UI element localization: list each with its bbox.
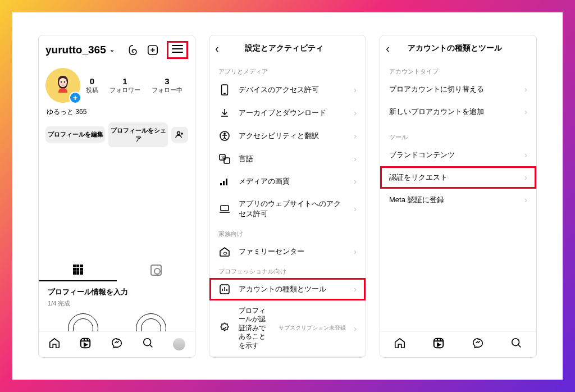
svg-rect-27 [221, 206, 229, 211]
avatar[interactable]: + [45, 68, 80, 103]
chevron-right-icon: › [354, 323, 357, 333]
svg-rect-24 [220, 183, 222, 185]
chevron-right-icon: › [524, 107, 527, 116]
nav-home-icon[interactable] [394, 337, 406, 352]
chevron-right-icon: › [354, 108, 357, 117]
chevron-right-icon: › [354, 284, 357, 294]
stat-posts[interactable]: 0 投稿 [86, 76, 98, 94]
add-story-badge[interactable]: + [69, 92, 81, 104]
stat-following[interactable]: 3 フォロー中 [152, 76, 182, 94]
download-icon [218, 108, 231, 118]
page-title: アカウントの種類とツール [380, 43, 531, 53]
nav-messenger-icon[interactable] [472, 337, 484, 352]
svg-point-6 [177, 131, 180, 134]
chevron-right-icon: › [524, 150, 527, 159]
chevron-right-icon: › [524, 84, 527, 94]
row-switch-pro[interactable]: プロアカウントに切り替える › [380, 78, 536, 101]
nav-reels-icon[interactable] [432, 337, 445, 352]
bottom-nav [209, 356, 366, 357]
display-name: ゆるっと 365 [39, 103, 195, 122]
row-verify-profile[interactable]: プロフィールが認証済みであることを示す サブスクリプション未登録 › [209, 300, 366, 357]
username: yurutto_365 [45, 44, 106, 56]
username-dropdown[interactable]: yurutto_365 ⌄ [45, 44, 115, 56]
svg-rect-26 [226, 179, 227, 185]
stat-followers[interactable]: 1 フォロワー [109, 76, 140, 94]
svg-rect-25 [223, 181, 225, 185]
section-tools: ツール [380, 129, 536, 144]
edit-profile-button[interactable]: プロフィールを編集 [45, 126, 105, 143]
section-professional: プロフェッショナル向け [209, 263, 366, 278]
nav-reels-icon[interactable] [250, 357, 262, 357]
laptop-icon [218, 204, 231, 213]
row-archive-download[interactable]: アーカイブとダウンロード › [209, 102, 366, 124]
chevron-right-icon: › [354, 85, 357, 94]
row-request-verification[interactable]: 認証をリクエスト › [380, 166, 536, 189]
tab-grid[interactable] [39, 259, 117, 281]
page-title: 設定とアクティビティ [209, 43, 360, 53]
account-tools-screen: ‹ アカウントの種類とツール アカウントタイプ プロアカウントに切り替える › … [380, 35, 537, 358]
nav-messenger-icon[interactable] [111, 337, 123, 352]
bottom-nav [380, 331, 536, 357]
row-account-type-tools[interactable]: アカウントの種類とツール › [209, 278, 366, 300]
chart-icon [218, 284, 231, 294]
chevron-right-icon: › [354, 204, 357, 213]
section-family: 家族向け [209, 225, 366, 240]
row-media-quality[interactable]: メディアの画質 › [209, 170, 366, 193]
row-meta-verified[interactable]: Meta 認証に登録 › [380, 189, 536, 211]
section-account-type: アカウントタイプ [380, 63, 536, 78]
row-brand-content[interactable]: ブランドコンテンツ › [380, 144, 536, 166]
verified-icon [218, 322, 231, 334]
tagged-icon [150, 265, 162, 276]
svg-point-42 [512, 339, 519, 346]
bottom-nav [39, 331, 195, 357]
chevron-right-icon: › [524, 172, 527, 182]
row-device-permissions[interactable]: デバイスのアクセス許可 › [209, 78, 366, 102]
grid-icon [73, 265, 83, 275]
menu-button-highlight [167, 41, 188, 59]
chevron-down-icon: ⌄ [109, 46, 115, 53]
signal-icon [218, 177, 231, 186]
create-icon[interactable] [147, 44, 159, 56]
tab-tagged[interactable] [117, 259, 195, 281]
svg-line-43 [518, 345, 521, 348]
nav-messenger-icon[interactable] [281, 357, 294, 357]
language-icon: 文 [218, 154, 231, 164]
svg-line-14 [149, 345, 152, 348]
threads-icon[interactable] [127, 44, 139, 56]
nav-reels-icon[interactable] [79, 337, 92, 352]
home-heart-icon [218, 247, 231, 257]
nav-profile-icon[interactable] [173, 338, 185, 350]
profile-screen: yurutto_365 ⌄ [38, 35, 195, 358]
nav-home-icon[interactable] [48, 337, 61, 352]
complete-profile-prompt: プロフィール情報を入力 1/4 完成 [39, 281, 195, 311]
chevron-right-icon: › [524, 195, 527, 204]
svg-point-3 [59, 78, 67, 87]
svg-point-20 [224, 133, 225, 134]
share-profile-button[interactable]: プロフィールをシェア [108, 122, 168, 147]
nav-search-icon[interactable] [313, 357, 325, 357]
svg-point-4 [61, 81, 62, 83]
svg-text:文: 文 [221, 156, 225, 159]
nav-search-icon[interactable] [142, 337, 154, 352]
svg-point-13 [143, 339, 150, 346]
row-accessibility[interactable]: アクセシビリティと翻訳 › [209, 124, 366, 148]
row-language[interactable]: 文 言語 › [209, 148, 366, 170]
row-family-center[interactable]: ファミリーセンター › [209, 240, 366, 263]
hamburger-menu-icon[interactable] [172, 45, 183, 53]
settings-screen: ‹ 設定とアクティビティ アプリとメディア デバイスのアクセス許可 › アーカイ… [209, 35, 366, 358]
nav-home-icon[interactable] [219, 357, 231, 357]
chevron-right-icon: › [354, 131, 357, 140]
discover-people-button[interactable] [171, 127, 188, 143]
suggestion-bubble[interactable] [136, 313, 166, 331]
phone-icon [218, 84, 231, 95]
section-app-media: アプリとメディア [209, 63, 366, 78]
svg-point-5 [64, 81, 66, 83]
chevron-right-icon: › [354, 247, 357, 256]
nav-search-icon[interactable] [510, 337, 523, 352]
suggestion-bubble[interactable] [68, 313, 98, 331]
row-website-permissions[interactable]: アプリのウェブサイトへのアクセス許可 › [209, 193, 366, 225]
accessibility-icon [218, 130, 231, 142]
row-add-pro-account[interactable]: 新しいプロアカウントを追加 › [380, 101, 536, 123]
chevron-right-icon: › [354, 176, 357, 186]
chevron-right-icon: › [354, 154, 357, 163]
